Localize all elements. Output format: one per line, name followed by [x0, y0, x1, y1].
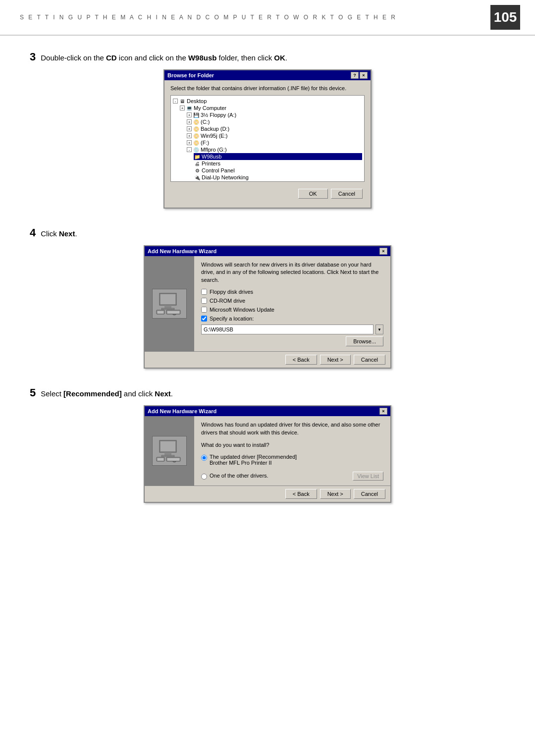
wizard2-content: Windows has found an updated driver for …	[194, 416, 390, 486]
dialup-icon: 🔌	[194, 174, 201, 180]
expand-mflpro[interactable]: -	[187, 147, 192, 152]
radio-other-container: One of the other drivers. View List	[201, 472, 383, 481]
tree-label-controlpanel: Control Panel	[202, 167, 235, 173]
wizard2-description: Windows has found an updated driver for …	[201, 421, 383, 436]
expand-f[interactable]: +	[187, 140, 192, 145]
view-list-button[interactable]: View List	[353, 472, 383, 481]
header-bar: S E T T I N G U P T H E M A C H I N E A …	[0, 0, 535, 36]
floppy-checkbox[interactable]	[201, 289, 207, 295]
checkbox-windows-update[interactable]: Microsoft Windows Update	[201, 307, 383, 313]
titlebar-buttons: ? ×	[351, 72, 368, 79]
tree-item-w98usb[interactable]: 📁 W98usb	[194, 153, 362, 160]
specify-location-checkbox[interactable]	[201, 316, 207, 322]
tree-label-scheduled: Scheduled Tasks	[202, 181, 243, 182]
radio-other-input[interactable]	[201, 474, 207, 480]
radio-recommended[interactable]: The updated driver [Recommended] Brother…	[201, 454, 383, 466]
wizard2-title: Add New Hardware Wizard	[148, 408, 216, 414]
tree-item-printers[interactable]: 🖨 Printers	[194, 160, 362, 167]
step-4-number: 4	[30, 226, 36, 239]
page-number: 105	[490, 5, 520, 30]
tree-label-printers: Printers	[202, 161, 220, 166]
mycomputer-icon: 💻	[186, 105, 193, 111]
cancel-button-1[interactable]: Cancel	[354, 355, 385, 365]
checkbox-cdrom[interactable]: CD-ROM drive	[201, 298, 383, 304]
wizard1-close-btn[interactable]: ×	[379, 248, 387, 255]
floppy-label: Floppy disk drives	[210, 289, 253, 295]
cancel-button-2[interactable]: Cancel	[354, 489, 385, 499]
browse-folder-title: Browse for Folder	[167, 72, 214, 78]
tree-item-mycomputer[interactable]: + 💻 My Computer	[180, 105, 362, 111]
back-button-1[interactable]: < Back	[285, 355, 317, 365]
checkbox-specify-location[interactable]: Specify a location:	[201, 316, 383, 322]
step-5-number: 5	[30, 386, 36, 399]
wizard-dialog-2: Add New Hardware Wizard ×	[144, 405, 391, 503]
tree-item-mflpro[interactable]: - 💿 Mflpro (G:)	[187, 146, 362, 153]
svg-rect-11	[164, 452, 171, 455]
expand-win95j[interactable]: +	[187, 133, 192, 138]
radio1-sub-label: Brother MFL Pro Printer II	[210, 460, 383, 466]
svg-rect-8	[167, 311, 179, 314]
dropdown-arrow[interactable]: ▼	[375, 324, 383, 334]
backup-icon: 📀	[193, 126, 200, 132]
tree-label-f: (F:)	[201, 140, 209, 146]
wizard1-title: Add New Hardware Wizard	[148, 248, 216, 254]
tree-label-w98usb: W98usb	[202, 154, 221, 160]
win95j-icon: 📀	[193, 133, 200, 139]
wizard2-computer-icon	[152, 436, 187, 466]
tree-label-mflpro: Mflpro (G:)	[201, 147, 227, 153]
next-button-1[interactable]: Next >	[320, 355, 351, 365]
tree-item-controlpanel[interactable]: ⚙ Control Panel	[194, 167, 362, 174]
wizard2-sidebar	[145, 416, 194, 486]
cdrom-checkbox[interactable]	[201, 298, 207, 304]
svg-rect-3	[161, 308, 174, 310]
expand-floppy[interactable]: +	[187, 112, 192, 117]
browse-button[interactable]: Browse...	[346, 336, 383, 346]
tree-item-c[interactable]: + 📀 (C:)	[187, 118, 362, 125]
help-button[interactable]: ?	[351, 72, 359, 79]
cdrom-label: CD-ROM drive	[210, 298, 245, 304]
radio-recommended-input[interactable]	[201, 455, 207, 461]
tree-item-backup[interactable]: + 📀 Backup (D:)	[187, 125, 362, 132]
expand-mycomputer[interactable]: +	[180, 106, 185, 110]
back-button-2[interactable]: < Back	[285, 489, 317, 499]
windows-update-checkbox[interactable]	[201, 307, 207, 313]
ok-button[interactable]: OK	[298, 189, 328, 199]
folder-tree[interactable]: - 🖥 Desktop + 💻 My Computer + 💾 3½	[170, 95, 365, 182]
wizard2-footer: < Back Next > Cancel	[145, 486, 390, 502]
f-icon: 📀	[193, 140, 200, 146]
radio-other[interactable]: One of the other drivers.	[201, 473, 349, 480]
header-title: S E T T I N G U P T H E M A C H I N E A …	[20, 14, 397, 21]
svg-rect-2	[164, 305, 171, 308]
tree-item-desktop[interactable]: - 🖥 Desktop	[173, 98, 362, 105]
step-4: 4 Click Next. Add New Hardware Wizard ×	[30, 226, 505, 369]
step-4-text: Click Next.	[41, 229, 77, 238]
radio-recommended-label: The updated driver [Recommended] Brother…	[210, 454, 383, 466]
step-5-text: Select [Recommended] and click Next.	[41, 389, 173, 398]
expand-c[interactable]: +	[187, 119, 192, 124]
wizard1-titlebar: Add New Hardware Wizard ×	[145, 246, 390, 256]
tree-item-f[interactable]: + 📀 (F:)	[187, 139, 362, 146]
step-3-number: 3	[30, 51, 36, 63]
controlpanel-icon: ⚙	[194, 167, 201, 173]
wizard2-close-btn[interactable]: ×	[379, 408, 387, 415]
next-button-2[interactable]: Next >	[320, 489, 351, 499]
location-input[interactable]	[201, 324, 374, 334]
windows-update-label: Microsoft Windows Update	[210, 307, 274, 313]
checkbox-floppy[interactable]: Floppy disk drives	[201, 289, 383, 295]
tree-item-scheduled[interactable]: 📋 Scheduled Tasks	[194, 181, 362, 182]
tree-item-dialup[interactable]: 🔌 Dial-Up Networking	[194, 174, 362, 181]
location-input-row: ▼	[201, 324, 383, 334]
tree-label-desktop: Desktop	[187, 98, 207, 104]
svg-rect-14	[158, 458, 163, 461]
mflpro-icon: 💿	[193, 147, 200, 153]
expand-backup[interactable]: +	[187, 126, 192, 131]
expand-desktop[interactable]: -	[173, 99, 178, 104]
tree-item-win95j[interactable]: + 📀 Win95j (E:)	[187, 132, 362, 139]
tree-item-floppy[interactable]: + 💾 3½ Floppy (A:)	[187, 111, 362, 118]
close-button[interactable]: ×	[360, 72, 368, 79]
browse-folder-body: Select the folder that contains driver i…	[164, 80, 371, 208]
cancel-button[interactable]: Cancel	[331, 189, 363, 199]
browse-dialog-buttons: OK Cancel	[170, 186, 365, 203]
wizard1-sidebar	[145, 256, 194, 351]
step-5-label: 5 Select [Recommended] and click Next.	[30, 386, 505, 399]
